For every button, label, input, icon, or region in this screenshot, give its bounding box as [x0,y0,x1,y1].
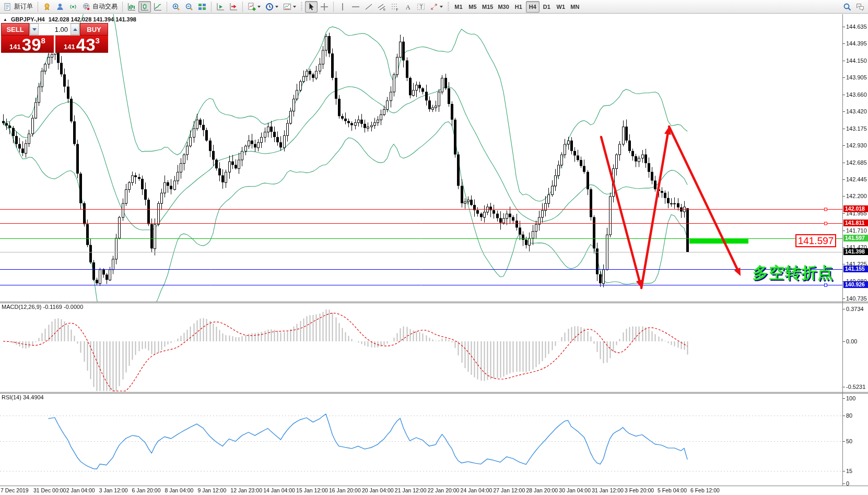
fibonacci-button[interactable]: F [389,1,401,13]
timeframe-m30-button[interactable]: M30 [496,1,511,13]
equidistant-channel-button[interactable]: E [376,1,388,13]
sell-button[interactable]: SELL [1,23,29,36]
volume-increase-button[interactable] [71,24,79,35]
indicators-button[interactable] [245,1,263,13]
medal-icon [43,3,51,11]
price-axis-tick: 142.445 [846,176,867,182]
toolbar-grip [301,2,302,11]
tile-windows-icon [198,3,206,11]
time-axis-label: 30 Jan 04:00 [559,487,591,493]
broadcast-button[interactable] [67,1,79,13]
new-order-button[interactable]: 新订单 [2,1,35,13]
zoom-out-button[interactable] [183,1,195,13]
time-axis-label: 21 Jan 12:00 [395,487,427,493]
zoom-in-icon [172,3,180,11]
svg-text:T: T [420,4,423,10]
timeframe-h1-button[interactable]: H1 [512,1,525,13]
horizontal-line-button[interactable] [349,1,362,13]
text-label-button[interactable]: T [415,1,427,13]
chevron-up-icon [73,28,77,31]
fibonacci-icon: F [391,3,399,11]
zoom-in-button[interactable] [170,1,182,13]
periods-icon [265,3,274,11]
vertical-line-button[interactable] [336,1,349,13]
svg-text:A: A [406,3,411,11]
zoom-out-icon [185,3,193,11]
candlestick-button[interactable] [138,1,151,13]
volume-decrease-button[interactable] [30,24,39,35]
bar-chart-button[interactable] [125,1,138,13]
toolbar-separator [333,2,334,12]
buy-price-big: 43 [76,38,96,52]
auto-scroll-button[interactable] [214,1,227,13]
cursor-button[interactable] [305,1,318,13]
svg-text:E: E [383,8,385,11]
vertical-line-icon [338,3,347,11]
sell-price-sup: 8 [41,37,45,44]
sell-price-display[interactable]: 141 39 8 [1,36,54,53]
price-axis-tick: 143.175 [846,125,867,132]
symbol-title: GBPJPY-,H4 [11,16,45,22]
macd-axis-tick: 0.3734 [846,306,864,312]
line-chart-button[interactable] [151,1,164,13]
price-axis-tick: 144.395 [846,40,867,47]
volume-input[interactable] [39,24,71,35]
text-button[interactable]: A [402,1,414,13]
price-badge: 141.811 [843,220,868,226]
dropdown-caret-icon[interactable] [257,6,261,8]
periods-button[interactable] [263,1,280,13]
time-axis-label: 6 Feb 12:00 [690,487,720,493]
arrows-icon [430,3,438,11]
horizontal-line-icon [351,3,360,11]
time-axis-label: 9 Jan 12:00 [197,487,226,493]
auto-trading-button-label: 自动交易 [92,2,118,11]
price-axis-tick: 142.200 [846,193,867,199]
time-axis-label: 22 Jan 20:00 [428,487,460,493]
time-axis-label: 20 Jan 04:00 [362,487,394,493]
crosshair-button[interactable] [318,1,331,13]
price-level-textbox[interactable]: 141.597 [795,234,836,247]
dropdown-caret-icon[interactable] [293,6,296,8]
buy-price-display[interactable]: 141 43 3 [55,36,108,53]
bar-chart-icon [127,3,136,11]
trend-line-icon [365,3,373,11]
timeframe-m15-button[interactable]: M15 [480,1,495,13]
timeframe-m5-button[interactable]: M5 [466,1,479,13]
rsi-axis-tick: 50 [846,438,852,444]
buy-button[interactable]: BUY [80,23,108,36]
medal-button[interactable] [41,1,53,13]
chart-shift-button[interactable] [227,1,240,13]
timeframe-w1-button[interactable]: W1 [554,1,568,13]
timeframe-d1-button[interactable]: D1 [540,1,554,13]
price-badge: 140.926 [843,281,868,288]
time-axis-label: 31 Dec 00:00 [33,487,66,493]
timeframe-mn-button[interactable]: MN [568,1,582,13]
templates-button[interactable] [281,1,298,13]
price-badge: 141.398 [843,248,868,255]
one-click-trading-panel: SELL BUY 141 39 8 141 43 3 [1,23,108,53]
rsi-value: 34.4904 [23,394,44,400]
collapse-panel-icon[interactable]: ▲ [3,17,7,22]
arrows-button[interactable] [428,1,445,13]
auto-trading-button[interactable]: 自动交易 [80,1,120,13]
rsi-axis-tick: 0 [846,480,849,487]
cursor-icon [307,3,315,11]
chart-canvas[interactable] [0,0,868,495]
turning-point-annotation[interactable]: 多空转折点 [753,262,834,284]
timeframe-h4-button[interactable]: H4 [526,1,539,13]
rsi-axis-tick: 15 [846,468,852,474]
chat-button[interactable] [854,1,866,13]
user-button[interactable] [54,1,66,13]
time-axis-label: 15 Jan 12:00 [296,487,328,493]
macd-values: -0.1169 -0.0000 [43,304,83,310]
timeframe-m1-button[interactable]: M1 [452,1,465,13]
sell-price-big: 39 [22,38,41,52]
main-toolbar: 新订单自动交易EFATM1M5M15M30H1H4D1W1MN [0,0,868,14]
time-axis-label: 3 Feb 20:00 [625,487,654,493]
search-button[interactable] [841,1,853,13]
trend-line-button[interactable] [362,1,375,13]
tile-windows-button[interactable] [196,1,208,13]
price-badge: 141.155 [843,266,868,272]
dropdown-caret-icon[interactable] [275,6,278,8]
dropdown-caret-icon[interactable] [440,6,443,8]
